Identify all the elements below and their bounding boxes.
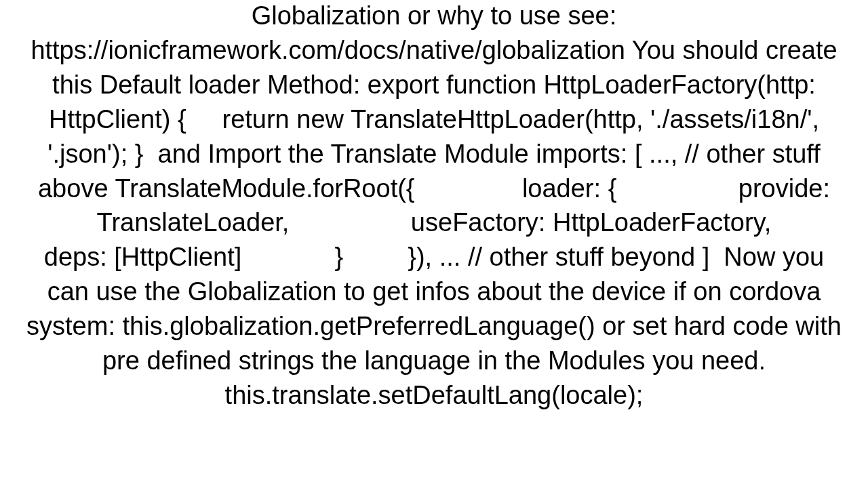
document-body-text: Globalization or why to use see: https:/… (23, 0, 845, 413)
document-page: Globalization or why to use see: https:/… (0, 0, 868, 488)
